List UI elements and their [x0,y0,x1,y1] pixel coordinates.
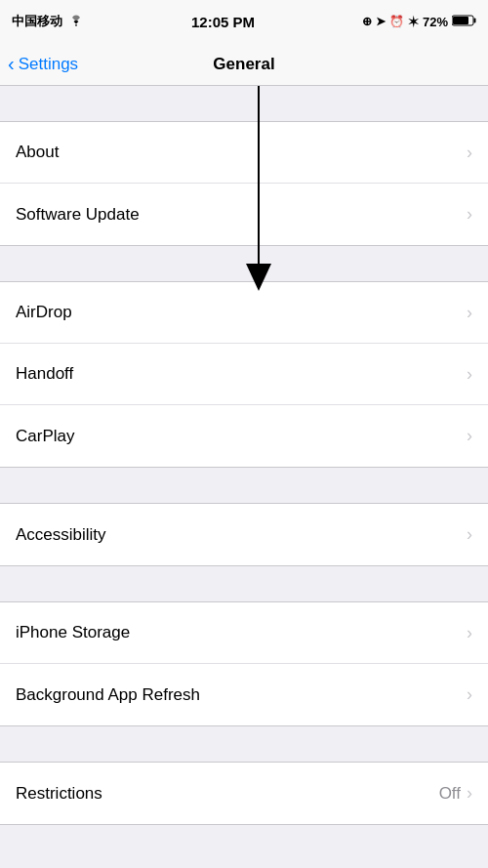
row-airdrop[interactable]: AirDrop › [0,282,488,344]
carplay-chevron-icon: › [467,426,472,446]
accessibility-label: Accessibility [16,525,106,545]
row-about[interactable]: About › [0,122,488,184]
alarm-icon: ⏰ [389,15,404,28]
back-button[interactable]: ‹ Settings [8,54,78,75]
watermark-area: 鼎乐游戏 🎮 [0,860,488,868]
status-time: 12:05 PM [191,14,255,30]
airdrop-label: AirDrop [16,303,72,322]
handoff-label: Handoff [16,364,73,384]
svg-rect-2 [453,17,468,24]
handoff-chevron-icon: › [467,364,472,385]
background-app-refresh-chevron-icon: › [467,684,472,705]
spacer-3 [0,566,488,601]
carplay-label: CarPlay [16,427,74,446]
accessibility-chevron-icon: › [467,524,472,545]
software-update-label: Software Update [16,205,140,225]
iphone-storage-right: › [467,623,472,643]
row-background-app-refresh[interactable]: Background App Refresh › [0,664,488,725]
bluetooth-icon: ✶ [408,15,419,29]
about-label: About [16,143,59,162]
svg-rect-1 [473,18,475,22]
restrictions-value: Off [439,784,461,804]
row-handoff[interactable]: Handoff › [0,344,488,405]
handoff-right: › [467,364,472,385]
top-spacer [0,86,488,121]
row-software-update[interactable]: Software Update › [0,184,488,245]
iphone-storage-label: iPhone Storage [16,623,130,642]
content-wrapper: About › Software Update › AirDrop › Hand… [0,86,488,868]
spacer-2 [0,468,488,503]
row-accessibility[interactable]: Accessibility › [0,504,488,565]
location-icon: ⊕ [362,15,372,28]
restrictions-right: Off › [439,783,472,804]
direction-icon: ➤ [376,15,386,28]
row-restrictions[interactable]: Restrictions Off › [0,763,488,824]
section-connectivity: AirDrop › Handoff › CarPlay › [0,281,488,468]
wifi-icon [68,15,84,29]
page-title: General [213,55,274,74]
status-right: ⊕ ➤ ⏰ ✶ 72% [362,15,476,29]
software-update-right: › [467,204,472,225]
accessibility-right: › [467,524,472,545]
section-restrictions: Restrictions Off › [0,762,488,825]
airdrop-right: › [467,303,472,323]
restrictions-label: Restrictions [16,784,102,804]
battery-text: 72% [423,15,448,29]
section-about-software: About › Software Update › [0,121,488,246]
background-app-refresh-right: › [467,684,472,705]
bottom-spacer [0,825,488,860]
battery-icon [452,15,476,29]
status-bar: 中国移动 12:05 PM ⊕ ➤ ⏰ ✶ 72% [0,0,488,43]
about-right: › [467,143,472,163]
carplay-right: › [467,426,472,446]
section-accessibility: Accessibility › [0,503,488,566]
background-app-refresh-label: Background App Refresh [16,685,200,705]
back-chevron-icon: ‹ [8,53,15,75]
spacer-1 [0,246,488,281]
row-carplay[interactable]: CarPlay › [0,405,488,467]
spacer-4 [0,726,488,762]
software-update-chevron-icon: › [467,204,472,225]
back-label[interactable]: Settings [19,55,78,74]
status-left: 中国移动 [12,13,84,30]
row-iphone-storage[interactable]: iPhone Storage › [0,602,488,664]
nav-bar: ‹ Settings General [0,43,488,86]
iphone-storage-chevron-icon: › [467,623,472,643]
section-storage: iPhone Storage › Background App Refresh … [0,601,488,726]
restrictions-chevron-icon: › [467,783,472,804]
about-chevron-icon: › [467,143,472,163]
carrier-text: 中国移动 [12,13,62,30]
airdrop-chevron-icon: › [467,303,472,323]
